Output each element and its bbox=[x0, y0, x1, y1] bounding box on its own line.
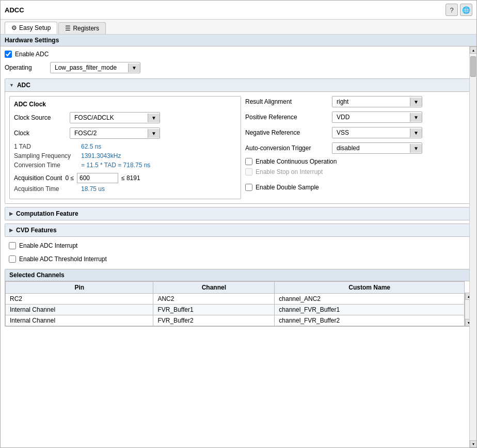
cvd-features-title: CVD Features bbox=[16, 227, 57, 234]
enable-stop-label: Enable Stop on Interrupt bbox=[256, 168, 323, 175]
enable-double-sample-label: Enable Double Sample bbox=[256, 184, 319, 191]
adc-section-header[interactable]: ▼ ADC bbox=[5, 79, 472, 92]
enable-adc-row: Enable ADC bbox=[5, 51, 472, 58]
table-row: RC2 ANC2 channel_ANC2 bbox=[6, 294, 465, 305]
operating-dropdown[interactable]: Low_pass_filter_mode ▼ bbox=[50, 62, 140, 73]
enable-double-sample-row: Enable Double Sample bbox=[245, 184, 468, 191]
content-scroll-area: Enable ADC Operating Low_pass_filter_mod… bbox=[1, 46, 476, 447]
acquisition-count-max: ≤ 8191 bbox=[121, 174, 140, 182]
operating-row: Operating Low_pass_filter_mode ▼ bbox=[5, 62, 472, 73]
sampling-freq-label: Sampling Frequency bbox=[14, 152, 81, 159]
acquisition-count-row: Acquisition Count 0 ≤ 600 ≤ 8191 bbox=[14, 173, 236, 183]
row2-pin: Internal Channel bbox=[6, 305, 153, 315]
world-icon: 🌐 bbox=[462, 6, 470, 14]
auto-conversion-value: disabled bbox=[332, 143, 410, 153]
easy-setup-gear-icon: ⚙ bbox=[11, 24, 17, 31]
title-icons: ? 🌐 bbox=[446, 4, 472, 16]
positive-reference-arrow[interactable]: ▼ bbox=[410, 113, 422, 122]
tab-easy-setup[interactable]: ⚙ Easy Setup bbox=[5, 22, 57, 34]
computation-triangle-icon: ▶ bbox=[9, 211, 13, 216]
row1-channel: ANC2 bbox=[153, 294, 275, 305]
col-custom-name: Custom Name bbox=[275, 282, 465, 294]
scroll-thumb bbox=[470, 56, 476, 77]
one-tad-value: 62.5 ns bbox=[81, 143, 101, 150]
registers-label: Registers bbox=[73, 25, 99, 32]
clock-source-arrow[interactable]: ▼ bbox=[148, 114, 160, 122]
operating-dropdown-arrow[interactable]: ▼ bbox=[128, 63, 140, 72]
auto-conversion-label: Auto-conversion Trigger bbox=[245, 145, 328, 152]
negative-reference-dropdown[interactable]: VSS ▼ bbox=[332, 127, 422, 138]
enable-stop-row: Enable Stop on Interrupt bbox=[245, 168, 468, 175]
acquisition-count-label: Acquisition Count bbox=[14, 174, 62, 182]
auto-conversion-arrow[interactable]: ▼ bbox=[410, 144, 422, 153]
clock-source-label: Clock Source bbox=[14, 114, 66, 121]
adc-inner: ADC Clock Clock Source FOSC/ADCLK ▼ Cloc… bbox=[5, 92, 472, 203]
acquisition-count-min: 0 ≤ bbox=[65, 174, 74, 182]
clock-source-value: FOSC/ADCLK bbox=[70, 113, 148, 123]
acquisition-time-label: Acquisition Time bbox=[14, 185, 81, 193]
enable-stop-checkbox[interactable] bbox=[245, 168, 252, 175]
cvd-features-section: ▶ CVD Features bbox=[5, 223, 472, 237]
positive-reference-value: VDD bbox=[332, 112, 410, 122]
clock-arrow[interactable]: ▼ bbox=[148, 129, 160, 138]
negative-reference-row: Negative Reference VSS ▼ bbox=[245, 127, 468, 138]
enable-adc-threshold-row: Enable ADC Threshold Interrupt bbox=[5, 253, 472, 265]
negative-reference-arrow[interactable]: ▼ bbox=[410, 129, 422, 137]
row1-custom-name: channel_ANC2 bbox=[275, 294, 465, 305]
row3-channel: FVR_Buffer2 bbox=[153, 315, 275, 326]
clock-source-row: Clock Source FOSC/ADCLK ▼ bbox=[14, 112, 236, 123]
enable-adc-interrupt-checkbox[interactable] bbox=[9, 242, 16, 249]
adc-right-panel: Result Alignment right ▼ Positive Refere… bbox=[245, 96, 468, 199]
row2-custom-name: channel_FVR_Buffer1 bbox=[275, 305, 465, 315]
cvd-features-header[interactable]: ▶ CVD Features bbox=[5, 224, 472, 236]
enable-continuous-checkbox[interactable] bbox=[245, 158, 252, 165]
row3-pin: Internal Channel bbox=[6, 315, 153, 326]
adc-section: ▼ ADC ADC Clock Clock Source FOSC/ADCLK … bbox=[5, 78, 472, 204]
col-channel: Channel bbox=[153, 282, 275, 294]
clock-row: Clock FOSC/2 ▼ bbox=[14, 127, 236, 139]
channels-table: Pin Channel Custom Name RC2 ANC2 channel… bbox=[5, 281, 465, 326]
acquisition-count-input[interactable]: 600 bbox=[77, 173, 118, 183]
result-alignment-row: Result Alignment right ▼ bbox=[245, 96, 468, 107]
conversion-time-row: Conversion Time = 11.5 * TAD = 718.75 ns bbox=[14, 162, 236, 169]
computation-feature-header[interactable]: ▶ Computation Feature bbox=[5, 207, 472, 220]
one-tad-row: 1 TAD 62.5 ns bbox=[14, 143, 236, 150]
positive-reference-dropdown[interactable]: VDD ▼ bbox=[332, 111, 422, 123]
positive-reference-label: Positive Reference bbox=[245, 114, 328, 121]
scroll-up-arrow[interactable]: ▴ bbox=[470, 46, 477, 54]
scroll-down-arrow[interactable]: ▾ bbox=[470, 440, 477, 447]
conversion-time-label: Conversion Time bbox=[14, 162, 81, 169]
window-title: ADCC bbox=[5, 6, 24, 14]
adc-clock-title: ADC Clock bbox=[14, 101, 236, 108]
scroll-track bbox=[470, 54, 476, 440]
clock-source-dropdown[interactable]: FOSC/ADCLK ▼ bbox=[70, 112, 160, 123]
adc-triangle-icon: ▼ bbox=[9, 83, 14, 88]
result-alignment-dropdown[interactable]: right ▼ bbox=[332, 96, 422, 107]
enable-adc-threshold-checkbox[interactable] bbox=[9, 255, 16, 263]
operating-label: Operating bbox=[5, 64, 46, 71]
adc-clock-box: ADC Clock Clock Source FOSC/ADCLK ▼ Cloc… bbox=[9, 96, 241, 199]
enable-adc-interrupt-label: Enable ADC Interrupt bbox=[19, 242, 77, 249]
selected-channels-section: Selected Channels Pin Channel Custom Nam… bbox=[5, 269, 472, 327]
world-button[interactable]: 🌐 bbox=[460, 4, 472, 16]
enable-double-sample-checkbox[interactable] bbox=[245, 184, 252, 191]
negative-reference-label: Negative Reference bbox=[245, 129, 328, 136]
enable-adc-threshold-label: Enable ADC Threshold Interrupt bbox=[19, 255, 107, 263]
registers-icon: ☰ bbox=[65, 25, 71, 32]
tabs-bar: ⚙ Easy Setup ☰ Registers bbox=[1, 20, 476, 35]
help-button[interactable]: ? bbox=[446, 4, 458, 16]
auto-conversion-dropdown[interactable]: disabled ▼ bbox=[332, 142, 422, 154]
adc-section-title: ADC bbox=[17, 82, 30, 89]
negative-reference-value: VSS bbox=[332, 127, 410, 138]
question-icon: ? bbox=[450, 6, 453, 14]
enable-adc-checkbox[interactable] bbox=[5, 51, 12, 58]
col-pin: Pin bbox=[6, 282, 153, 294]
main-scrollbar[interactable]: ▴ ▾ bbox=[469, 46, 476, 447]
tab-registers[interactable]: ☰ Registers bbox=[58, 22, 106, 34]
clock-dropdown[interactable]: FOSC/2 ▼ bbox=[70, 127, 160, 139]
enable-continuous-label: Enable Continuous Operation bbox=[256, 158, 337, 165]
result-alignment-arrow[interactable]: ▼ bbox=[410, 98, 422, 106]
cvd-triangle-icon: ▶ bbox=[9, 228, 13, 233]
enable-adc-interrupt-row: Enable ADC Interrupt bbox=[5, 240, 472, 251]
enable-adc-label: Enable ADC bbox=[15, 51, 49, 58]
